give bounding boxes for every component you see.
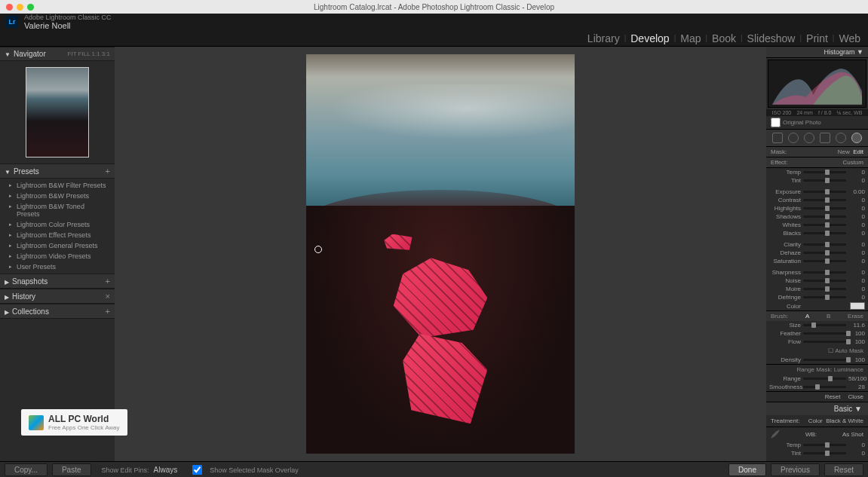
snapshots-header[interactable]: ▶Snapshots + [0, 274, 115, 289]
slider-tint[interactable]: Tint0 [766, 449, 868, 457]
slider-thumb[interactable] [825, 206, 830, 211]
slider-track[interactable] [803, 179, 846, 182]
show-pins-dropdown[interactable]: Always [154, 466, 178, 474]
slider-feather[interactable]: Feather100 [766, 329, 868, 338]
slider-moire[interactable]: Moire0 [766, 285, 868, 293]
range-mask-header[interactable]: Range Mask: Luminance [766, 364, 868, 375]
slider-track[interactable] [803, 243, 846, 246]
slider-exposure[interactable]: Exposure0.00 [766, 188, 868, 196]
slider-track[interactable] [803, 332, 846, 335]
slider-track[interactable] [803, 224, 846, 226]
slider-tint[interactable]: Tint0 [766, 176, 868, 185]
slider-defringe[interactable]: Defringe0 [766, 293, 868, 301]
mask-overlay-checkbox[interactable] [192, 465, 202, 475]
maximize-window-button[interactable] [27, 4, 34, 11]
eyedropper-icon[interactable] [771, 430, 780, 439]
slider-track[interactable] [803, 207, 846, 209]
spot-removal-tool-icon[interactable] [788, 133, 799, 143]
slider-thumb[interactable] [846, 339, 851, 344]
slider-track[interactable] [803, 216, 846, 218]
preset-folder[interactable]: Lightroom General Presets [0, 240, 115, 251]
slider-track[interactable] [803, 232, 846, 234]
slider-track[interactable] [803, 452, 846, 454]
slider-flow[interactable]: Flow100 [766, 338, 868, 346]
mask-new-button[interactable]: New [838, 148, 850, 155]
slider-track[interactable] [803, 260, 846, 262]
slider-noise[interactable]: Noise0 [766, 277, 868, 285]
slider-thumb[interactable] [825, 222, 830, 228]
module-web[interactable]: Web [839, 32, 860, 44]
slider-track[interactable] [803, 171, 846, 173]
navigator-header[interactable]: ▼Navigator FIT FILL 1:1 3:1 [0, 47, 115, 61]
slider-shadows[interactable]: Shadows0 [766, 213, 868, 221]
preset-folder[interactable]: User Presets [0, 261, 115, 272]
slider-dehaze[interactable]: Dehaze0 [766, 249, 868, 257]
preset-folder[interactable]: Lightroom B&W Filter Presets [0, 180, 115, 191]
brush-b-button[interactable]: B [827, 313, 830, 320]
main-photo[interactable] [306, 54, 575, 454]
brush-a-button[interactable]: A [805, 313, 809, 320]
slider-contrast[interactable]: Contrast0 [766, 196, 868, 204]
preset-folder[interactable]: Lightroom Effect Presets [0, 230, 115, 240]
done-button[interactable]: Done [728, 463, 766, 476]
image-canvas[interactable] [115, 47, 766, 461]
slider-thumb[interactable] [825, 270, 830, 275]
slider-thumb[interactable] [815, 384, 820, 390]
treatment-color-button[interactable]: Color [808, 417, 823, 424]
module-book[interactable]: Book [712, 32, 736, 44]
histogram-header[interactable]: Histogram ▼ [766, 47, 868, 58]
slider-thumb[interactable] [828, 376, 833, 381]
slider-track[interactable] [803, 252, 846, 254]
slider-thumb[interactable] [825, 178, 830, 183]
original-photo-toggle[interactable]: Original Photo [766, 116, 868, 129]
slider-track[interactable] [803, 288, 846, 290]
navigator-preview[interactable] [0, 61, 115, 164]
slider-sharpness[interactable]: Sharpness0 [766, 268, 868, 277]
preset-folder[interactable]: Lightroom B&W Presets [0, 191, 115, 201]
slider-temp[interactable]: Temp0 [766, 441, 868, 449]
add-collection-button[interactable]: + [106, 307, 110, 316]
slider-track[interactable] [803, 386, 846, 388]
module-map[interactable]: Map [680, 32, 701, 44]
navigator-zoom-options[interactable]: FIT FILL 1:1 3:1 [68, 50, 110, 57]
radial-filter-tool-icon[interactable] [836, 133, 846, 143]
histogram-display[interactable] [768, 60, 866, 108]
treatment-bw-button[interactable]: Black & White [826, 417, 863, 424]
slider-track[interactable] [803, 191, 846, 193]
slider-track[interactable] [803, 444, 846, 446]
slider-track[interactable] [803, 341, 846, 343]
close-window-button[interactable] [6, 4, 13, 11]
presets-header[interactable]: ▼Presets + [0, 164, 115, 179]
mask-edit-button[interactable]: Edit [853, 148, 863, 155]
slider-thumb[interactable] [825, 250, 830, 255]
slider-thumb[interactable] [846, 331, 851, 336]
color-row[interactable]: Color [766, 301, 868, 310]
slider-track[interactable] [803, 296, 846, 298]
history-header[interactable]: ▶History × [0, 289, 115, 304]
module-print[interactable]: Print [806, 32, 828, 44]
slider-smoothness[interactable]: Smoothness28 [766, 383, 868, 391]
module-develop[interactable]: Develop [630, 32, 669, 44]
slider-track[interactable] [803, 378, 846, 380]
crop-tool-icon[interactable] [772, 133, 783, 143]
slider-thumb[interactable] [825, 214, 830, 219]
slider-track[interactable] [803, 359, 846, 361]
slider-thumb[interactable] [811, 323, 816, 328]
slider-whites[interactable]: Whites0 [766, 221, 868, 229]
add-preset-button[interactable]: + [106, 167, 110, 176]
slider-thumb[interactable] [825, 286, 830, 292]
color-swatch-icon[interactable] [850, 302, 865, 310]
slider-thumb[interactable] [825, 442, 830, 448]
slider-track[interactable] [803, 280, 846, 282]
clear-history-button[interactable]: × [106, 292, 110, 301]
copy-button[interactable]: Copy... [5, 463, 48, 476]
slider-density[interactable]: Density100 [766, 356, 868, 364]
slider-blacks[interactable]: Blacks0 [766, 229, 868, 237]
slider-thumb[interactable] [825, 197, 830, 203]
basic-panel-header[interactable]: Basic ▼ [766, 402, 868, 415]
slider-thumb[interactable] [825, 295, 830, 300]
slider-track[interactable] [803, 324, 846, 326]
original-photo-checkbox[interactable] [771, 118, 781, 127]
module-slideshow[interactable]: Slideshow [747, 32, 796, 44]
mask-reset-button[interactable]: Reset [825, 393, 841, 400]
